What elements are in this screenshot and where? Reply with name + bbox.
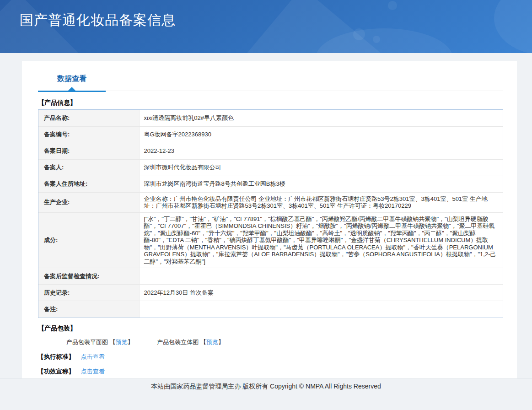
row-label: 备案日期: [38, 143, 139, 159]
packaging-stereo-label: 产品包装立体图 [157, 339, 199, 345]
row-label: 备注: [38, 301, 139, 318]
tab-active-underline [38, 91, 106, 92]
packaging-stereo-group: 产品包装立体图 【预览】 [157, 339, 224, 345]
row-value: xixi清透隔离妆前乳02#早八素颜色 [139, 110, 503, 126]
header-decoration [494, 0, 532, 53]
table-row: 产品名称: xixi清透隔离妆前乳02#早八素颜色 [38, 110, 503, 126]
standard-view-link[interactable]: 点击查看 [81, 353, 105, 360]
packaging-section-title: 【产品包装】 [38, 324, 503, 333]
row-value: ["水"，"丁二醇"，"甘油"，"矿油"，"CI 77891"，"棕榈酸乙基己酯… [139, 212, 503, 268]
table-row: 备案人住所地址: 深圳市龙岗区南湾街道宝丹路8号共创盈工业园B栋3楼 [38, 176, 503, 192]
table-row: 备案后监督检查情况: [38, 268, 503, 285]
table-row: 备案人: 深圳市微时代化妆品有限公司 [38, 159, 503, 176]
efficacy-view-link[interactable]: 点击查看 [81, 368, 105, 375]
row-label: 备案后监督检查情况: [38, 268, 139, 285]
row-label: 备案人: [38, 159, 139, 176]
row-label: 成分: [38, 212, 139, 268]
table-row: 历史记录: 2022年12月30日 首次备案 [38, 285, 503, 301]
row-value [139, 268, 503, 285]
efficacy-section: 【功效宣称】 点击查看 [38, 367, 503, 376]
row-label: 备案编号: [38, 126, 139, 143]
packaging-flat-preview-link[interactable]: 预览 [116, 339, 128, 345]
tab-data-view[interactable]: 数据查看 [38, 73, 106, 91]
row-value: 深圳市龙岗区南湾街道宝丹路8号共创盈工业园B栋3楼 [139, 176, 503, 192]
efficacy-section-title: 【功效宣称】 [38, 368, 75, 375]
packaging-flat-label: 产品包装平面图 [66, 339, 108, 345]
bracket-close: 】 [218, 339, 224, 345]
standard-section-title: 【执行标准】 [38, 353, 75, 360]
table-row: 成分: ["水"，"丁二醇"，"甘油"，"矿油"，"CI 77891"，"棕榈酸… [38, 212, 503, 268]
bracket-close: 】 [128, 339, 134, 345]
row-value [139, 301, 503, 318]
row-label: 历史记录: [38, 285, 139, 301]
page-footer: 本站由国家药品监督管理局主办 版权所有 Copyright © NMPA All… [0, 378, 532, 410]
content-card: 数据查看 【产品信息】 产品名称: xixi清透隔离妆前乳02#早八素颜色 备案… [22, 61, 517, 378]
row-value: 2022-12-23 [139, 143, 503, 159]
packaging-flat-group: 产品包装平面图 【预览】 [66, 339, 135, 345]
header-decoration [373, 36, 380, 43]
product-info-table: 产品名称: xixi清透隔离妆前乳02#早八素颜色 备案编号: 粤G妆网备字20… [38, 109, 503, 318]
tab-data-view-label: 数据查看 [57, 74, 86, 84]
standard-section: 【执行标准】 点击查看 [38, 353, 503, 361]
row-label: 产品名称: [38, 110, 139, 126]
row-label: 生产企业: [38, 192, 139, 212]
tab-strip: 数据查看 [38, 73, 503, 91]
header-decoration [388, 1, 397, 10]
bracket-open: 【 [200, 339, 206, 345]
row-label: 备案人住所地址: [38, 176, 139, 192]
table-row: 备注: [38, 301, 503, 318]
page-header: 国产普通化妆品备案信息 [0, 0, 532, 53]
row-value: 2022年12月30日 首次备案 [139, 285, 503, 301]
packaging-links-row: 产品包装平面图 【预览】 产品包装立体图 【预览】 [66, 338, 517, 346]
copyright-text: 本站由国家药品监督管理局主办 版权所有 Copyright © NMPA All… [151, 383, 381, 391]
row-value: 企业名称：广州市艳色化妆品有限责任公司 企业地址：广州市花都区新雅街石塘村庄贤路… [139, 192, 503, 212]
table-row: 备案日期: 2022-12-23 [38, 143, 503, 159]
table-row: 生产企业: 企业名称：广州市艳色化妆品有限责任公司 企业地址：广州市花都区新雅街… [38, 192, 503, 212]
row-value: 深圳市微时代化妆品有限公司 [139, 159, 503, 176]
packaging-stereo-preview-link[interactable]: 预览 [206, 339, 218, 345]
page-title: 国产普通化妆品备案信息 [20, 11, 176, 30]
table-row: 备案编号: 粤G妆网备字2022368930 [38, 126, 503, 143]
bracket-open: 【 [110, 339, 116, 345]
row-value: 粤G妆网备字2022368930 [139, 126, 503, 143]
header-decoration [353, 28, 365, 40]
tab-active-caret-icon [68, 87, 75, 91]
product-info-section-title: 【产品信息】 [38, 99, 503, 107]
